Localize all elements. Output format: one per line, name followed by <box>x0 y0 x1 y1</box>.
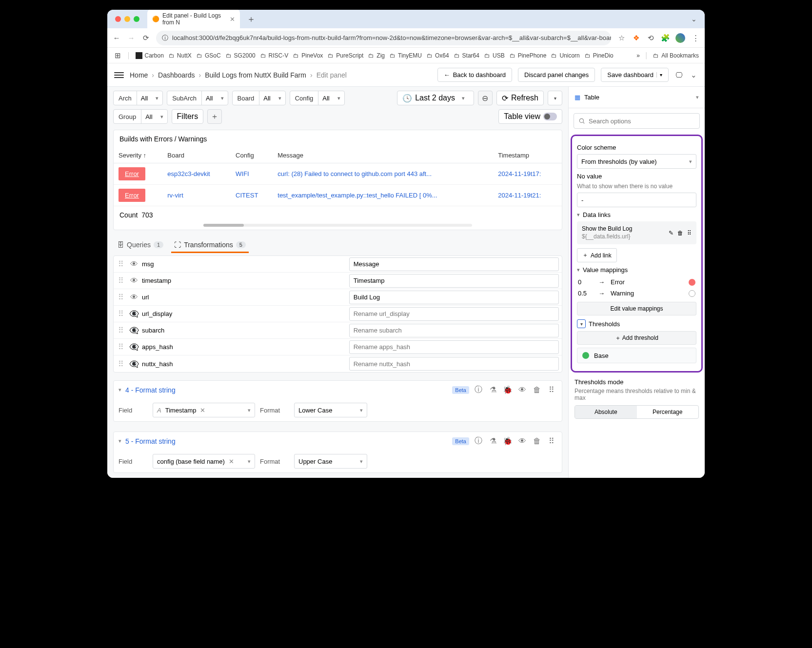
crumb-dashboard-title[interactable]: Build Logs from NuttX Build Farm <box>205 71 306 79</box>
bookmark-sg2000[interactable]: 🗀 SG2000 <box>226 52 256 59</box>
eye-off-icon[interactable]: 👁‍🗨 <box>128 359 140 369</box>
chevron-down-icon[interactable]: ▾ <box>119 387 121 393</box>
cell-message[interactable]: test_example/test_example.py::test_hello… <box>277 192 437 199</box>
add-filter-button[interactable]: ＋ <box>207 109 222 124</box>
drag-handle-icon[interactable]: ⠿ <box>114 342 128 352</box>
rename-input[interactable] <box>349 324 559 337</box>
profile-avatar[interactable] <box>675 33 685 43</box>
var-board[interactable]: BoardAll▾ <box>232 91 286 105</box>
reload-icon[interactable]: ⟳ <box>141 34 150 42</box>
bookmark-pinedio[interactable]: 🗀 PineDio <box>585 52 614 59</box>
bookmark-usb[interactable]: 🗀 USB <box>484 52 505 59</box>
search-options-input[interactable] <box>574 113 700 129</box>
eye-icon[interactable]: 👁 <box>517 437 528 446</box>
drag-handle-icon[interactable]: ⠿ <box>687 230 692 236</box>
cell-config[interactable]: WIFI <box>236 170 249 177</box>
bookmark-riscv[interactable]: 🗀 RISC-V <box>260 52 289 59</box>
refresh-interval-button[interactable]: ▾ <box>548 91 562 105</box>
zoom-out-icon[interactable]: ⊖ <box>478 91 493 105</box>
color-scheme-select[interactable]: From thresholds (by value)▾ <box>577 154 696 169</box>
rename-input[interactable] <box>349 291 559 304</box>
close-tab-icon[interactable]: ✕ <box>230 16 235 23</box>
cell-config[interactable]: CITEST <box>236 192 258 199</box>
field-select[interactable]: config (base field name)✕▾ <box>153 454 255 469</box>
extensions-icon[interactable]: 🧩 <box>661 34 670 42</box>
site-info-icon[interactable]: ⓘ <box>162 34 168 42</box>
bug-icon[interactable]: 🐞 <box>502 436 513 446</box>
all-bookmarks[interactable]: 🗀 All Bookmarks <box>653 52 699 59</box>
bookmark-zig[interactable]: 🗀 Zig <box>368 52 385 59</box>
kebab-menu-icon[interactable]: ⋮ <box>691 34 700 42</box>
thresholds-mode-segment[interactable]: Absolute Percentage <box>574 405 699 419</box>
monitor-icon[interactable]: 🖵 <box>674 71 683 79</box>
extension-icon-1[interactable]: ❖ <box>632 34 640 42</box>
seg-absolute[interactable]: Absolute <box>575 406 637 418</box>
drag-handle-icon[interactable]: ⠿ <box>114 359 128 369</box>
cell-board[interactable]: rv-virt <box>167 192 183 199</box>
seg-percentage[interactable]: Percentage <box>637 406 699 418</box>
bookmark-tinyemu[interactable]: 🗀 TinyEMU <box>390 52 422 59</box>
drag-handle-icon[interactable]: ⠿ <box>546 436 557 446</box>
horizontal-scrollbar[interactable] <box>203 224 472 227</box>
edit-icon[interactable]: ✎ <box>669 230 673 236</box>
drag-handle-icon[interactable]: ⠿ <box>114 293 128 302</box>
thresholds-header[interactable]: ▾Thresholds <box>577 319 696 328</box>
refresh-ext-icon[interactable]: ⟲ <box>646 34 655 42</box>
value-mappings-header[interactable]: ▾Value mappings <box>577 266 696 274</box>
back-icon[interactable]: ← <box>112 34 121 42</box>
bug-icon[interactable]: 🐞 <box>502 385 513 394</box>
tab-queries[interactable]: 🗄Queries1 <box>116 237 164 253</box>
save-dashboard-button[interactable]: Save dashboard ▾ <box>601 68 669 82</box>
apps-icon[interactable]: ⊞ <box>113 51 122 60</box>
severity-badge[interactable]: Error <box>119 189 145 202</box>
filter-icon[interactable]: ⚗ <box>488 385 498 394</box>
tab-list-button[interactable]: ⌄ <box>687 15 701 23</box>
maximize-window-icon[interactable] <box>134 16 139 22</box>
field-select[interactable]: ATimestamp✕▾ <box>153 403 255 417</box>
drag-handle-icon[interactable]: ⠿ <box>546 385 557 394</box>
new-tab-button[interactable]: ＋ <box>244 13 258 25</box>
col-severity[interactable]: Severity ↑ <box>114 148 162 163</box>
cell-message[interactable]: curl: (28) Failed to connect to github.c… <box>277 170 432 177</box>
bookmark-pinevox[interactable]: 🗀 PineVox <box>293 52 323 59</box>
chevron-down-icon[interactable]: ▾ <box>119 438 121 444</box>
time-range-picker[interactable]: 🕓 Last 2 days ▾ <box>397 91 474 105</box>
data-links-header[interactable]: ▾Data links <box>577 211 696 218</box>
info-icon[interactable]: ⓘ <box>473 385 484 395</box>
star-icon[interactable]: ☆ <box>617 34 626 42</box>
refresh-button[interactable]: ⟳ Refresh <box>496 91 544 105</box>
forward-icon[interactable]: → <box>127 34 136 42</box>
crumb-home[interactable]: Home <box>130 71 148 79</box>
chevron-down-icon[interactable]: ▾ <box>577 319 586 328</box>
close-window-icon[interactable] <box>115 16 121 22</box>
threshold-base[interactable]: Base <box>577 348 696 363</box>
add-link-button[interactable]: ＋ Add link <box>577 248 617 262</box>
transform-title[interactable]: 4 - Format string <box>125 386 448 394</box>
bookmark-star64[interactable]: 🗀 Star64 <box>454 52 479 59</box>
bookmark-carbon[interactable]: Carbon <box>136 52 164 59</box>
color-swatch[interactable] <box>689 290 695 297</box>
var-subarch[interactable]: SubArchAll▾ <box>167 91 228 105</box>
rename-input[interactable] <box>349 307 559 321</box>
visualization-picker[interactable]: ▦ Table ▾ <box>569 87 705 108</box>
drag-handle-icon[interactable]: ⠿ <box>114 276 128 285</box>
no-value-input[interactable] <box>577 193 696 207</box>
rename-input[interactable] <box>349 340 559 354</box>
trash-icon[interactable]: 🗑 <box>677 230 683 236</box>
eye-icon[interactable]: 👁 <box>128 260 140 269</box>
cell-board[interactable]: esp32c3-devkit <box>167 170 210 177</box>
filter-icon[interactable]: ⚗ <box>488 436 498 446</box>
var-config[interactable]: ConfigAll▾ <box>290 91 345 105</box>
drag-handle-icon[interactable]: ⠿ <box>114 259 128 269</box>
severity-badge[interactable]: Error <box>119 167 145 180</box>
bookmark-unicorn[interactable]: 🗀 Unicorn <box>551 52 579 59</box>
bookmark-purescript[interactable]: 🗀 PureScript <box>328 52 363 59</box>
drag-handle-icon[interactable]: ⠿ <box>114 326 128 335</box>
var-arch[interactable]: ArchAll▾ <box>113 91 163 105</box>
col-board[interactable]: Board <box>162 148 231 163</box>
bookmark-pinephone[interactable]: 🗀 PinePhone <box>510 52 547 59</box>
eye-off-icon[interactable]: 👁‍🗨 <box>128 326 140 335</box>
bookmark-nuttx[interactable]: 🗀 NuttX <box>169 52 192 59</box>
col-config[interactable]: Config <box>231 148 273 163</box>
trash-icon[interactable]: 🗑 <box>532 386 542 394</box>
